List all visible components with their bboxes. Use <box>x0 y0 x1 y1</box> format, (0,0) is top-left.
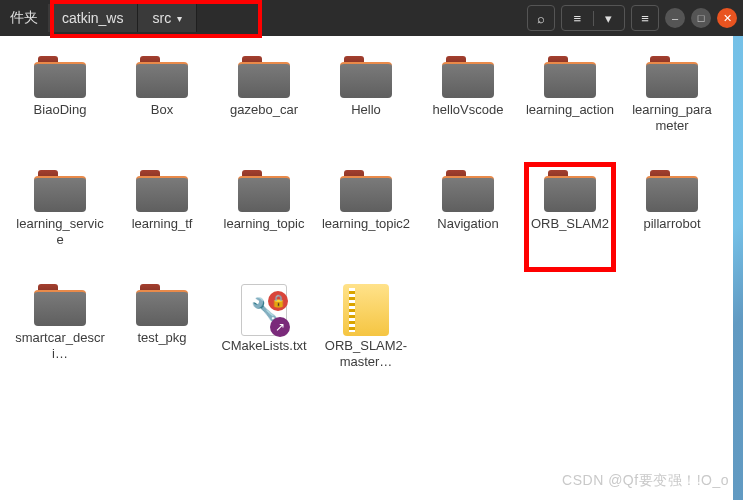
archive-icon <box>343 284 389 336</box>
folder-icon <box>238 170 290 212</box>
breadcrumb-catkin-ws[interactable]: catkin_ws <box>48 4 138 32</box>
chevron-down-icon: ▾ <box>177 13 182 24</box>
file-item[interactable]: gazebo_car <box>214 54 314 164</box>
folder-icon <box>442 170 494 212</box>
maximize-icon: □ <box>698 12 705 24</box>
folder-icon <box>544 170 596 212</box>
breadcrumb-label: src <box>152 10 171 26</box>
file-label: ORB_SLAM2-master… <box>321 338 411 369</box>
file-label: learning_parameter <box>627 102 717 133</box>
file-label: Hello <box>351 102 381 118</box>
file-label: smartcar_descri… <box>15 330 105 361</box>
close-icon: ✕ <box>723 12 732 25</box>
lock-badge-icon: 🔒 <box>268 291 288 311</box>
folder-icon <box>34 56 86 98</box>
file-item[interactable]: BiaoDing <box>10 54 110 164</box>
file-item[interactable]: learning_topic <box>214 168 314 278</box>
list-icon: ≡ <box>573 11 581 26</box>
folder-icon <box>238 56 290 98</box>
folder-icon <box>136 284 188 326</box>
window-title-fragment: 件夹 <box>0 9 48 27</box>
folder-icon <box>34 170 86 212</box>
file-item[interactable]: learning_action <box>520 54 620 164</box>
hamburger-menu-button[interactable]: ≡ <box>631 5 659 31</box>
file-item[interactable]: Box <box>112 54 212 164</box>
background-decoration <box>733 36 743 500</box>
file-label: learning_topic <box>224 216 305 232</box>
minimize-icon: – <box>672 12 678 24</box>
file-item[interactable]: learning_service <box>10 168 110 278</box>
breadcrumb-label: catkin_ws <box>62 10 123 26</box>
symlink-badge-icon: ↗ <box>270 317 290 337</box>
search-button[interactable]: ⌕ <box>527 5 555 31</box>
breadcrumb-src[interactable]: src ▾ <box>138 4 197 32</box>
file-label: gazebo_car <box>230 102 298 118</box>
minimize-button[interactable]: – <box>665 8 685 28</box>
file-label: ORB_SLAM2 <box>531 216 609 232</box>
file-label: learning_tf <box>132 216 193 232</box>
file-item[interactable]: 🔧🔒↗CMakeLists.txt <box>214 282 314 392</box>
titlebar: 件夹 catkin_ws src ▾ ⌕ ≡ ▾ ≡ – □ ✕ <box>0 0 743 36</box>
folder-icon <box>34 284 86 326</box>
close-button[interactable]: ✕ <box>717 8 737 28</box>
file-label: helloVscode <box>433 102 504 118</box>
file-label: learning_topic2 <box>322 216 410 232</box>
file-item[interactable]: Hello <box>316 54 416 164</box>
view-mode-button[interactable]: ≡ ▾ <box>561 5 625 31</box>
file-item[interactable]: pillarrobot <box>622 168 722 278</box>
file-label: Navigation <box>437 216 498 232</box>
file-item[interactable]: ORB_SLAM2 <box>520 168 620 278</box>
file-item[interactable]: Navigation <box>418 168 518 278</box>
chevron-down-icon: ▾ <box>605 11 612 26</box>
folder-icon <box>646 56 698 98</box>
folder-icon <box>340 170 392 212</box>
file-label: pillarrobot <box>643 216 700 232</box>
file-item[interactable]: ORB_SLAM2-master… <box>316 282 416 392</box>
titlebar-controls: ⌕ ≡ ▾ ≡ – □ ✕ <box>527 5 737 31</box>
folder-icon <box>136 56 188 98</box>
folder-icon <box>544 56 596 98</box>
folder-icon <box>442 56 494 98</box>
maximize-button[interactable]: □ <box>691 8 711 28</box>
file-label: learning_service <box>15 216 105 247</box>
file-label: test_pkg <box>137 330 186 346</box>
breadcrumb: 件夹 catkin_ws src ▾ <box>0 0 197 36</box>
folder-icon <box>646 170 698 212</box>
file-label: learning_action <box>526 102 614 118</box>
search-icon: ⌕ <box>537 11 545 26</box>
file-grid: BiaoDingBoxgazebo_carHellohelloVscodelea… <box>0 36 743 392</box>
file-label: BiaoDing <box>34 102 87 118</box>
file-item[interactable]: learning_parameter <box>622 54 722 164</box>
file-item[interactable]: smartcar_descri… <box>10 282 110 392</box>
file-item[interactable]: learning_tf <box>112 168 212 278</box>
text-file-icon: 🔧🔒↗ <box>241 284 287 336</box>
file-item[interactable]: test_pkg <box>112 282 212 392</box>
file-item[interactable]: helloVscode <box>418 54 518 164</box>
file-label: Box <box>151 102 173 118</box>
folder-icon <box>340 56 392 98</box>
file-item[interactable]: learning_topic2 <box>316 168 416 278</box>
file-label: CMakeLists.txt <box>221 338 306 354</box>
watermark: CSDN @Qf要变强！!O_o <box>562 472 729 490</box>
menu-icon: ≡ <box>641 11 649 26</box>
folder-icon <box>136 170 188 212</box>
